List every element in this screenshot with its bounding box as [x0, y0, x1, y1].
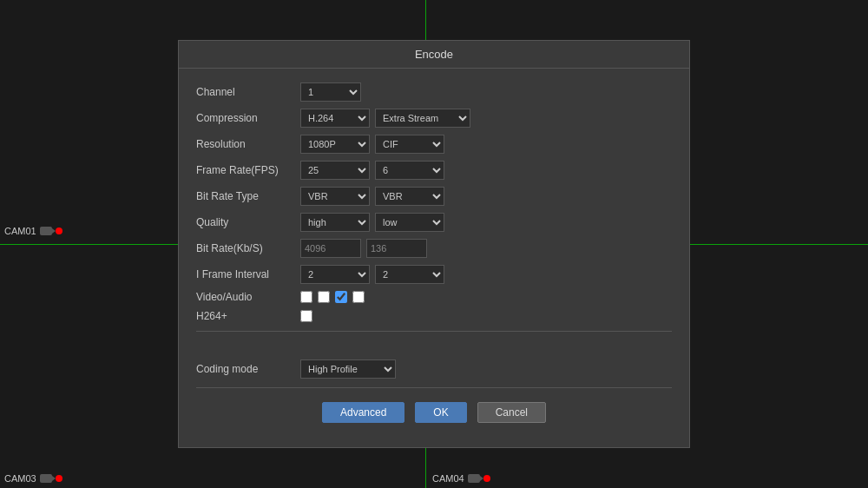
quality-row: Quality highmediumlow lowmediumhigh	[196, 213, 672, 232]
modal-overlay: Encode Channel 1234 Compression H.264H.2…	[0, 0, 868, 488]
codingmode-label: Coding mode	[196, 363, 300, 375]
videoaudio-label: Video/Audio	[196, 291, 300, 303]
videoaudio-extra-audio-checkbox[interactable]	[352, 291, 365, 303]
resolution-label: Resolution	[196, 138, 300, 150]
resolution-row: Resolution 1080P720PD1CIF CIFD1720P	[196, 135, 672, 154]
channel-row: Channel 1234	[196, 82, 672, 102]
quality-main-select[interactable]: highmediumlow	[300, 213, 370, 232]
bitratekbs-controls	[300, 239, 427, 258]
videoaudio-row: Video/Audio	[196, 291, 672, 303]
bitratetype-main-select[interactable]: VBRCBR	[300, 187, 370, 206]
framerate-row: Frame Rate(FPS) 2520151051 654321	[196, 161, 672, 180]
bitratetype-row: Bit Rate Type VBRCBR VBRCBR	[196, 187, 672, 206]
separator	[196, 331, 672, 332]
framerate-label: Frame Rate(FPS)	[196, 164, 300, 176]
bitratetype-controls: VBRCBR VBRCBR	[300, 187, 444, 206]
channel-controls: 1234	[300, 82, 361, 102]
codingmode-row: Coding mode High ProfileMain ProfileBase…	[196, 349, 672, 379]
iframe-label: I Frame Interval	[196, 268, 300, 280]
videoaudio-extra-video-checkbox[interactable]	[335, 291, 347, 303]
resolution-extra-select[interactable]: CIFD1720P	[375, 135, 444, 154]
resolution-controls: 1080P720PD1CIF CIFD1720P	[300, 135, 444, 154]
iframe-controls: 24816 24816	[300, 265, 444, 284]
framerate-controls: 2520151051 654321	[300, 161, 444, 180]
quality-controls: highmediumlow lowmediumhigh	[300, 213, 444, 232]
bitratetype-extra-select[interactable]: VBRCBR	[375, 187, 444, 206]
compression-select[interactable]: H.264H.265	[300, 109, 370, 128]
iframe-row: I Frame Interval 24816 24816	[196, 265, 672, 284]
framerate-main-select[interactable]: 2520151051	[300, 161, 370, 180]
videoaudio-main-video-checkbox[interactable]	[300, 291, 312, 303]
channel-select[interactable]: 1234	[300, 82, 361, 102]
videoaudio-controls	[300, 291, 365, 303]
button-row: Advanced OK Cancel	[196, 387, 672, 430]
compression-row: Compression H.264H.265 Extra StreamMain …	[196, 109, 672, 128]
dialog-title: Encode	[179, 41, 689, 69]
videoaudio-main-audio-checkbox[interactable]	[318, 291, 330, 303]
resolution-main-select[interactable]: 1080P720PD1CIF	[300, 135, 370, 154]
bitratekbs-extra-input[interactable]	[366, 239, 427, 258]
bitratekbs-row: Bit Rate(Kb/S)	[196, 239, 672, 258]
quality-label: Quality	[196, 216, 300, 228]
iframe-main-select[interactable]: 24816	[300, 265, 370, 284]
quality-extra-select[interactable]: lowmediumhigh	[375, 213, 444, 232]
compression-controls: H.264H.265 Extra StreamMain Stream	[300, 109, 470, 128]
codingmode-select[interactable]: High ProfileMain ProfileBaseline	[300, 359, 396, 379]
h264plus-row: H264+	[196, 310, 672, 322]
h264plus-checkbox[interactable]	[300, 310, 312, 322]
codingmode-controls: High ProfileMain ProfileBaseline	[300, 359, 396, 379]
advanced-button[interactable]: Advanced	[322, 402, 404, 423]
channel-label: Channel	[196, 86, 300, 98]
bitratekbs-label: Bit Rate(Kb/S)	[196, 242, 300, 254]
framerate-extra-select[interactable]: 654321	[375, 161, 444, 180]
bitratetype-label: Bit Rate Type	[196, 190, 300, 202]
bitratekbs-main-input[interactable]	[300, 239, 361, 258]
ok-button[interactable]: OK	[415, 402, 466, 423]
stream-type-select[interactable]: Extra StreamMain Stream	[375, 109, 470, 128]
h264plus-controls	[300, 310, 312, 322]
compression-label: Compression	[196, 112, 300, 124]
dialog-body: Channel 1234 Compression H.264H.265 Extr…	[179, 69, 689, 447]
encode-dialog: Encode Channel 1234 Compression H.264H.2…	[178, 40, 690, 448]
iframe-extra-select[interactable]: 24816	[375, 265, 444, 284]
cancel-button[interactable]: Cancel	[477, 402, 546, 423]
h264plus-label: H264+	[196, 310, 300, 322]
